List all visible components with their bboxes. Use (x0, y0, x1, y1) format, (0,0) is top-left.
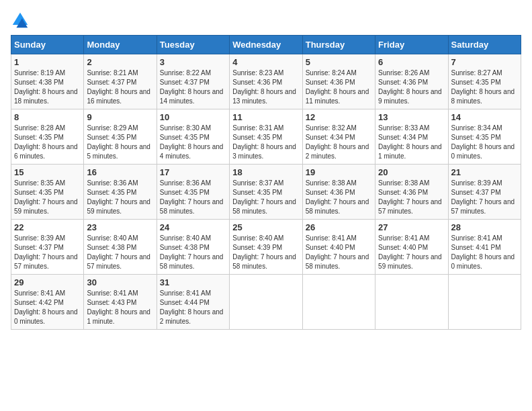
day-info: Sunrise: 8:35 AM Sunset: 4:35 PM Dayligh… (14, 179, 81, 216)
day-info: Sunrise: 8:38 AM Sunset: 4:36 PM Dayligh… (306, 179, 372, 216)
calendar-cell: 20 Sunrise: 8:38 AM Sunset: 4:36 PM Dayl… (375, 165, 448, 220)
day-number: 28 (451, 222, 518, 232)
calendar-cell: 4 Sunrise: 8:23 AM Sunset: 4:36 PM Dayli… (230, 54, 302, 109)
day-info: Sunrise: 8:41 AM Sunset: 4:41 PM Dayligh… (451, 234, 518, 271)
calendar-cell: 14 Sunrise: 8:34 AM Sunset: 4:35 PM Dayl… (448, 109, 521, 165)
day-info: Sunrise: 8:30 AM Sunset: 4:35 PM Dayligh… (160, 124, 226, 161)
day-info: Sunrise: 8:24 AM Sunset: 4:36 PM Dayligh… (306, 68, 372, 106)
calendar-cell: 11 Sunrise: 8:31 AM Sunset: 4:35 PM Dayl… (230, 109, 302, 165)
day-number: 14 (451, 112, 518, 122)
day-info: Sunrise: 8:31 AM Sunset: 4:35 PM Dayligh… (232, 124, 299, 161)
logo (11, 11, 32, 30)
calendar-cell: 9 Sunrise: 8:29 AM Sunset: 4:35 PM Dayli… (84, 109, 157, 165)
calendar-cell: 17 Sunrise: 8:36 AM Sunset: 4:35 PM Dayl… (157, 165, 229, 220)
calendar-cell: 30 Sunrise: 8:41 AM Sunset: 4:43 PM Dayl… (84, 275, 157, 330)
day-info: Sunrise: 8:27 AM Sunset: 4:35 PM Dayligh… (451, 68, 518, 106)
day-info: Sunrise: 8:32 AM Sunset: 4:34 PM Dayligh… (306, 124, 372, 161)
day-number: 26 (306, 222, 372, 232)
day-info: Sunrise: 8:38 AM Sunset: 4:36 PM Dayligh… (378, 179, 445, 216)
logo-icon (11, 11, 30, 30)
calendar-cell: 8 Sunrise: 8:28 AM Sunset: 4:35 PM Dayli… (11, 109, 84, 165)
day-number: 23 (87, 222, 153, 232)
day-number: 29 (14, 277, 81, 287)
calendar-cell: 25 Sunrise: 8:40 AM Sunset: 4:39 PM Dayl… (230, 220, 302, 275)
calendar-cell: 12 Sunrise: 8:32 AM Sunset: 4:34 PM Dayl… (302, 109, 375, 165)
day-info: Sunrise: 8:21 AM Sunset: 4:37 PM Dayligh… (87, 68, 153, 106)
day-number: 6 (378, 57, 445, 67)
day-info: Sunrise: 8:36 AM Sunset: 4:35 PM Dayligh… (87, 179, 153, 216)
weekday-header-sunday: Sunday (11, 36, 84, 54)
day-info: Sunrise: 8:34 AM Sunset: 4:35 PM Dayligh… (451, 124, 518, 161)
day-number: 17 (160, 167, 226, 177)
day-info: Sunrise: 8:41 AM Sunset: 4:40 PM Dayligh… (306, 234, 372, 271)
day-info: Sunrise: 8:40 AM Sunset: 4:38 PM Dayligh… (87, 234, 153, 271)
weekday-header-row: SundayMondayTuesdayWednesdayThursdayFrid… (11, 36, 521, 54)
weekday-header-saturday: Saturday (448, 36, 521, 54)
day-number: 4 (232, 57, 299, 67)
calendar-cell: 29 Sunrise: 8:41 AM Sunset: 4:42 PM Dayl… (11, 275, 84, 330)
weekday-header-friday: Friday (375, 36, 448, 54)
calendar-cell: 7 Sunrise: 8:27 AM Sunset: 4:35 PM Dayli… (448, 54, 521, 109)
day-info: Sunrise: 8:41 AM Sunset: 4:42 PM Dayligh… (14, 289, 81, 326)
day-info: Sunrise: 8:39 AM Sunset: 4:37 PM Dayligh… (14, 234, 81, 271)
calendar-cell: 28 Sunrise: 8:41 AM Sunset: 4:41 PM Dayl… (448, 220, 521, 275)
calendar-cell: 16 Sunrise: 8:36 AM Sunset: 4:35 PM Dayl… (84, 165, 157, 220)
calendar-cell (230, 275, 302, 330)
day-number: 10 (160, 112, 226, 122)
day-number: 8 (14, 112, 81, 122)
day-info: Sunrise: 8:40 AM Sunset: 4:39 PM Dayligh… (232, 234, 299, 271)
calendar-cell: 5 Sunrise: 8:24 AM Sunset: 4:36 PM Dayli… (302, 54, 375, 109)
day-number: 30 (87, 277, 153, 287)
day-number: 16 (87, 167, 153, 177)
day-number: 12 (306, 112, 372, 122)
day-number: 25 (232, 222, 299, 232)
calendar-cell: 19 Sunrise: 8:38 AM Sunset: 4:36 PM Dayl… (302, 165, 375, 220)
day-number: 19 (306, 167, 372, 177)
calendar-week-row: 15 Sunrise: 8:35 AM Sunset: 4:35 PM Dayl… (11, 165, 521, 220)
calendar-cell: 27 Sunrise: 8:41 AM Sunset: 4:40 PM Dayl… (375, 220, 448, 275)
calendar-cell: 26 Sunrise: 8:41 AM Sunset: 4:40 PM Dayl… (302, 220, 375, 275)
calendar-week-row: 8 Sunrise: 8:28 AM Sunset: 4:35 PM Dayli… (11, 109, 521, 165)
day-number: 15 (14, 167, 81, 177)
day-number: 20 (378, 167, 445, 177)
calendar-cell (302, 275, 375, 330)
calendar-table: SundayMondayTuesdayWednesdayThursdayFrid… (11, 35, 521, 330)
calendar-cell: 6 Sunrise: 8:26 AM Sunset: 4:36 PM Dayli… (375, 54, 448, 109)
calendar-cell: 23 Sunrise: 8:40 AM Sunset: 4:38 PM Dayl… (84, 220, 157, 275)
day-info: Sunrise: 8:36 AM Sunset: 4:35 PM Dayligh… (160, 179, 226, 216)
calendar-cell: 22 Sunrise: 8:39 AM Sunset: 4:37 PM Dayl… (11, 220, 84, 275)
calendar-cell: 2 Sunrise: 8:21 AM Sunset: 4:37 PM Dayli… (84, 54, 157, 109)
day-number: 13 (378, 112, 445, 122)
calendar-cell (375, 275, 448, 330)
day-info: Sunrise: 8:33 AM Sunset: 4:34 PM Dayligh… (378, 124, 445, 161)
page-header (11, 11, 521, 30)
calendar-cell (448, 275, 521, 330)
day-info: Sunrise: 8:26 AM Sunset: 4:36 PM Dayligh… (378, 68, 445, 106)
day-number: 24 (160, 222, 226, 232)
day-number: 1 (14, 57, 81, 67)
calendar-cell: 1 Sunrise: 8:19 AM Sunset: 4:38 PM Dayli… (11, 54, 84, 109)
day-info: Sunrise: 8:22 AM Sunset: 4:37 PM Dayligh… (160, 68, 226, 106)
day-number: 3 (160, 57, 226, 67)
day-number: 27 (378, 222, 445, 232)
calendar-week-row: 1 Sunrise: 8:19 AM Sunset: 4:38 PM Dayli… (11, 54, 521, 109)
calendar-week-row: 29 Sunrise: 8:41 AM Sunset: 4:42 PM Dayl… (11, 275, 521, 330)
day-info: Sunrise: 8:29 AM Sunset: 4:35 PM Dayligh… (87, 124, 153, 161)
calendar-cell: 10 Sunrise: 8:30 AM Sunset: 4:35 PM Dayl… (157, 109, 229, 165)
day-number: 18 (232, 167, 299, 177)
calendar-cell: 13 Sunrise: 8:33 AM Sunset: 4:34 PM Dayl… (375, 109, 448, 165)
weekday-header-tuesday: Tuesday (157, 36, 229, 54)
day-info: Sunrise: 8:40 AM Sunset: 4:38 PM Dayligh… (160, 234, 226, 271)
day-number: 7 (451, 57, 518, 67)
day-info: Sunrise: 8:19 AM Sunset: 4:38 PM Dayligh… (14, 68, 81, 106)
calendar-cell: 3 Sunrise: 8:22 AM Sunset: 4:37 PM Dayli… (157, 54, 229, 109)
day-info: Sunrise: 8:41 AM Sunset: 4:44 PM Dayligh… (160, 289, 226, 326)
day-info: Sunrise: 8:41 AM Sunset: 4:43 PM Dayligh… (87, 289, 153, 326)
day-number: 31 (160, 277, 226, 287)
day-info: Sunrise: 8:41 AM Sunset: 4:40 PM Dayligh… (378, 234, 445, 271)
day-info: Sunrise: 8:28 AM Sunset: 4:35 PM Dayligh… (14, 124, 81, 161)
day-info: Sunrise: 8:23 AM Sunset: 4:36 PM Dayligh… (232, 68, 299, 106)
day-number: 5 (306, 57, 372, 67)
calendar-week-row: 22 Sunrise: 8:39 AM Sunset: 4:37 PM Dayl… (11, 220, 521, 275)
day-number: 11 (232, 112, 299, 122)
